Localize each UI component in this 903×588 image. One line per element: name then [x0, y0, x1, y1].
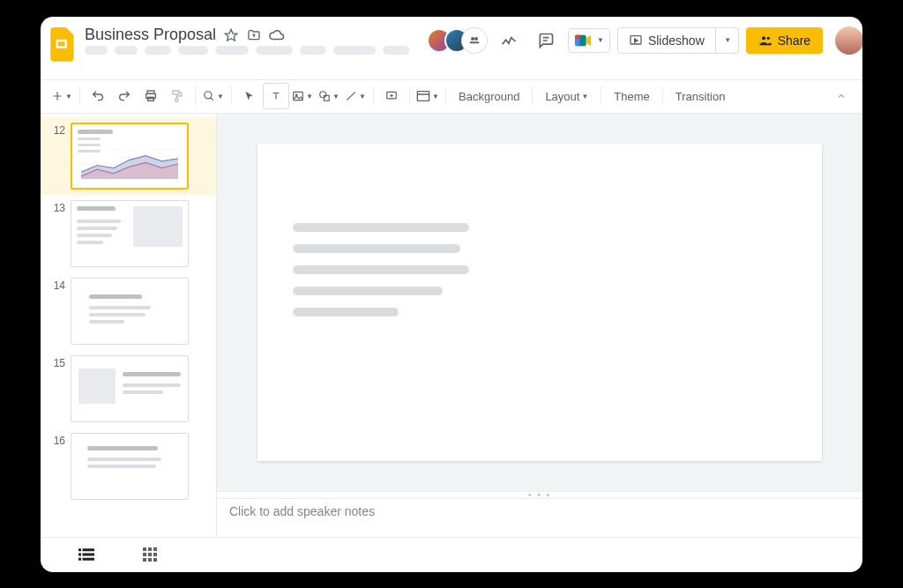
print-button[interactable] [138, 84, 163, 108]
shape-tool[interactable]: ▼ [317, 84, 341, 108]
svg-rect-26 [324, 95, 329, 100]
svg-rect-42 [148, 547, 152, 551]
share-button[interactable]: Share [746, 27, 823, 54]
svg-rect-41 [143, 547, 146, 551]
speaker-notes[interactable]: Click to add speaker notes [217, 498, 862, 537]
svg-line-20 [211, 98, 213, 100]
svg-rect-23 [294, 92, 303, 100]
transition-button[interactable]: Transition [668, 84, 733, 108]
chevron-down-icon: ▼ [359, 93, 366, 100]
paint-format-button[interactable] [165, 84, 190, 108]
svg-rect-31 [417, 92, 429, 101]
app-window: Business Proposal [41, 17, 862, 572]
slide-thumbnail[interactable]: 12 [41, 117, 216, 195]
move-folder-icon[interactable] [244, 26, 264, 45]
slide-number: 13 [49, 200, 65, 214]
svg-marker-9 [635, 39, 638, 42]
redo-button[interactable] [112, 84, 137, 108]
share-label: Share [778, 33, 810, 48]
slide-canvas[interactable] [257, 144, 822, 461]
svg-point-11 [766, 36, 769, 39]
chevron-down-icon: ▼ [306, 93, 313, 100]
layout-button[interactable]: Layout▼ [538, 84, 595, 108]
collaborator-avatars[interactable] [427, 28, 487, 53]
svg-rect-36 [83, 548, 95, 551]
slide-number: 12 [49, 123, 65, 137]
header-actions: ▼ Slideshow ▼ Share [427, 26, 862, 56]
svg-point-3 [471, 37, 474, 41]
slide-number: 15 [49, 355, 65, 369]
line-tool[interactable]: ▼ [343, 84, 368, 108]
svg-rect-45 [148, 553, 152, 556]
new-slide-button[interactable]: ▼ [49, 84, 74, 108]
select-tool[interactable] [237, 84, 262, 108]
comment-tool[interactable] [379, 84, 404, 108]
slide-thumbnail[interactable]: 14 [41, 272, 216, 350]
svg-point-4 [474, 37, 478, 41]
svg-marker-2 [225, 29, 236, 41]
svg-rect-5 [470, 41, 480, 43]
svg-rect-39 [78, 558, 81, 561]
svg-rect-17 [173, 91, 179, 94]
chevron-down-icon: ▼ [597, 36, 604, 44]
anonymous-avatar[interactable] [462, 28, 487, 53]
slide-thumbnail[interactable]: 15 [41, 350, 216, 428]
svg-point-19 [205, 92, 212, 99]
chevron-down-icon: ▼ [332, 93, 340, 100]
slides-logo[interactable] [49, 26, 76, 64]
meet-button[interactable]: ▼ [568, 28, 610, 53]
undo-button[interactable] [86, 84, 110, 108]
canvas-area: • • • Click to add speaker notes [217, 114, 862, 537]
filmstrip-view-icon[interactable] [76, 544, 97, 565]
cloud-saved-icon[interactable] [267, 26, 287, 45]
slide-number: 16 [49, 433, 65, 447]
theme-button[interactable]: Theme [607, 84, 656, 108]
zoom-button[interactable]: ▼ [201, 84, 226, 108]
notes-resize-handle[interactable]: • • • [217, 491, 862, 498]
toolbar: ▼ ▼ ▼ ▼ ▼ ▼ Background Layout▼ Theme Tra… [41, 80, 862, 114]
footer [41, 537, 862, 572]
collapse-toolbar-icon[interactable] [829, 84, 854, 108]
title-block: Business Proposal [85, 26, 409, 55]
chevron-down-icon: ▼ [581, 93, 588, 100]
header: Business Proposal [41, 17, 862, 80]
svg-rect-38 [83, 554, 95, 556]
svg-rect-37 [78, 554, 81, 556]
slide-layout-tool[interactable]: ▼ [415, 84, 440, 108]
filmstrip[interactable]: 12 [41, 114, 217, 537]
slideshow-button[interactable]: Slideshow [617, 27, 716, 54]
slideshow-dropdown[interactable]: ▼ [716, 27, 739, 54]
svg-rect-47 [143, 558, 146, 562]
document-title[interactable]: Business Proposal [85, 26, 216, 44]
svg-rect-46 [153, 553, 157, 556]
chevron-down-icon: ▼ [724, 36, 731, 44]
svg-rect-40 [83, 558, 95, 561]
svg-rect-35 [78, 548, 81, 551]
workspace: 12 [41, 114, 862, 537]
svg-point-25 [320, 92, 326, 98]
image-tool[interactable]: ▼ [290, 84, 315, 108]
comments-icon[interactable] [531, 26, 561, 56]
slide-thumbnail[interactable]: 16 [41, 428, 216, 505]
textbox-tool[interactable] [264, 84, 288, 108]
slideshow-label: Slideshow [648, 33, 705, 48]
slide-number: 14 [49, 278, 65, 292]
svg-rect-49 [153, 558, 157, 562]
svg-rect-44 [143, 553, 146, 556]
svg-rect-48 [148, 558, 152, 562]
svg-point-10 [762, 36, 765, 40]
background-button[interactable]: Background [452, 84, 526, 108]
chevron-down-icon: ▼ [217, 93, 224, 100]
chevron-down-icon: ▼ [65, 93, 72, 100]
svg-rect-43 [153, 547, 157, 551]
star-icon[interactable] [221, 26, 241, 45]
svg-rect-16 [148, 97, 154, 100]
svg-rect-18 [175, 99, 178, 101]
activity-icon[interactable] [494, 26, 524, 56]
slide-thumbnail[interactable]: 13 [41, 195, 216, 272]
chevron-down-icon: ▼ [432, 93, 439, 100]
profile-avatar[interactable] [835, 26, 862, 55]
menu-bar[interactable] [85, 46, 409, 55]
grid-view-icon[interactable] [139, 544, 160, 565]
svg-rect-1 [58, 41, 65, 46]
